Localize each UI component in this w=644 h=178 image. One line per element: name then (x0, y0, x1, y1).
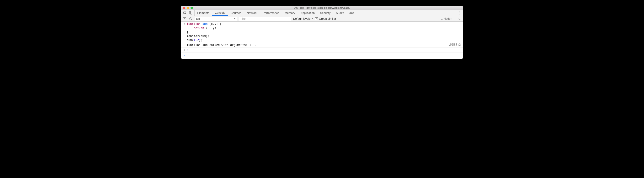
svg-point-5 (459, 14, 460, 14)
console-settings-button[interactable] (456, 16, 462, 22)
titlebar: DevTools - developers.google.com/web/sho… (181, 6, 463, 10)
group-similar-label: Group similar (319, 17, 336, 20)
chevron-down-icon: ▼ (311, 18, 313, 20)
more-options-button[interactable] (457, 10, 462, 16)
clear-console-button[interactable] (188, 17, 193, 21)
result-chevron-icon (182, 48, 187, 52)
console-result-value: 3 (187, 48, 461, 52)
tab-elements[interactable]: Elements (194, 10, 212, 16)
log-gutter (182, 43, 187, 47)
filter-input[interactable]: Filter (239, 17, 291, 21)
tab-memory[interactable]: Memory (282, 10, 298, 16)
svg-point-8 (458, 18, 459, 19)
log-levels-label: Default levels (293, 17, 310, 20)
tab-application[interactable]: Application (298, 10, 317, 16)
console-toolbar: top ▼ Filter Default levels ▼ ✓ Group si… (181, 16, 463, 22)
tab-audits[interactable]: Audits (333, 10, 347, 16)
chevron-down-icon: ▼ (234, 18, 236, 20)
panel-tabs: Elements Console Sources Network Perform… (181, 10, 463, 16)
tab-console[interactable]: Console (212, 10, 228, 16)
console-output: function sum (x,y) { return x + y; } mon… (181, 22, 463, 59)
inspect-tools (182, 10, 194, 16)
device-toolbar-icon[interactable] (189, 11, 192, 15)
console-input-code[interactable]: function sum (x,y) { return x + y; } mon… (187, 22, 461, 42)
svg-point-4 (459, 13, 460, 13)
tab-network[interactable]: Network (244, 10, 260, 16)
input-chevron-icon (182, 22, 187, 42)
svg-point-9 (185, 50, 185, 50)
prompt-chevron-icon (182, 54, 187, 57)
svg-point-3 (459, 11, 460, 12)
console-log-source-link[interactable]: VM580:2 (447, 43, 461, 47)
tab-security[interactable]: Security (317, 10, 333, 16)
svg-rect-0 (184, 12, 186, 13)
context-selector-value: top (196, 17, 200, 20)
console-log-row: function sum called with arguments: 1, 2… (181, 43, 463, 48)
svg-rect-2 (190, 12, 192, 14)
tab-axe[interactable]: aXe (347, 10, 357, 16)
hidden-messages-count[interactable]: 1 hidden (441, 17, 454, 20)
console-input-row: function sum (x,y) { return x + y; } mon… (181, 22, 463, 43)
toggle-sidebar-button[interactable] (182, 17, 187, 21)
context-selector[interactable]: top ▼ (195, 17, 237, 21)
inspect-element-icon[interactable] (183, 11, 187, 15)
console-log-message: function sum called with arguments: 1, 2 (187, 43, 447, 47)
devtools-window: DevTools - developers.google.com/web/sho… (181, 6, 463, 59)
tab-sources[interactable]: Sources (228, 10, 244, 16)
filter-placeholder: Filter (240, 17, 246, 20)
log-levels-selector[interactable]: Default levels ▼ (293, 17, 313, 20)
panel-tab-list: Elements Console Sources Network Perform… (194, 10, 357, 16)
tab-performance[interactable]: Performance (260, 10, 282, 16)
console-prompt-input[interactable] (187, 54, 462, 57)
console-prompt-row[interactable] (181, 53, 463, 59)
console-result-row: 3 (181, 48, 463, 53)
group-similar-checkbox[interactable]: ✓ Group similar (315, 17, 336, 20)
checkbox-icon: ✓ (315, 17, 318, 20)
window-title: DevTools - developers.google.com/web/sho… (181, 6, 463, 9)
